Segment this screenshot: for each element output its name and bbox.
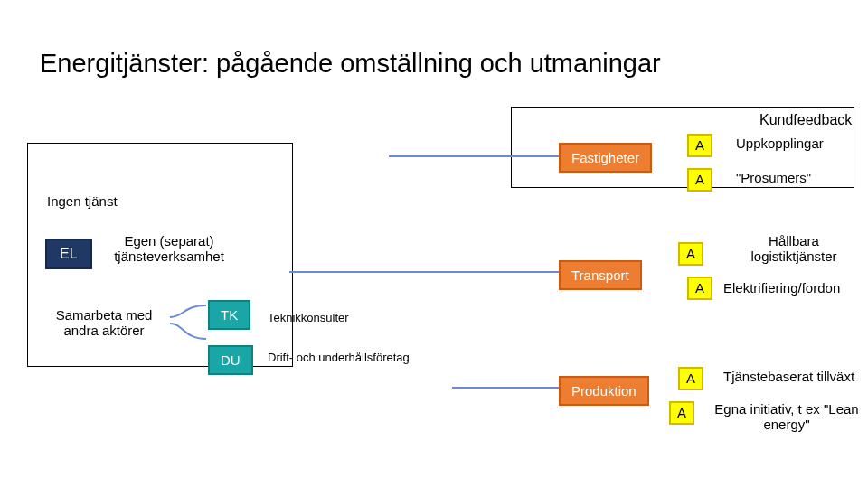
a-tag-2: A bbox=[687, 168, 712, 192]
tjanstebaserat-label: Tjänstebaserat tillväxt bbox=[723, 369, 868, 384]
tk-sublabel: Teknikkonsulter bbox=[268, 311, 385, 324]
fastigheter-tag: Fastigheter bbox=[559, 143, 652, 173]
line-fastigheter bbox=[389, 155, 570, 157]
prosumers-label: "Prosumers" bbox=[736, 170, 868, 185]
uppkopplingar-label: Uppkopplingar bbox=[736, 136, 868, 151]
a-tag-3: A bbox=[678, 242, 703, 266]
tk-tag: TK bbox=[208, 300, 250, 330]
du-tag: DU bbox=[208, 345, 253, 375]
slide-title: Energitjänster: pågående omställning och… bbox=[40, 49, 661, 79]
a-tag-4: A bbox=[687, 277, 712, 300]
transport-tag: Transport bbox=[559, 260, 642, 290]
kundfeedback-label: Kundfeedback bbox=[760, 112, 868, 128]
egna-label: Egna initiativ, t ex "Lean energy" bbox=[714, 401, 859, 432]
no-service-label: Ingen tjänst bbox=[47, 193, 156, 209]
a-tag-6: A bbox=[669, 401, 694, 425]
hallbara-label: Hållbara logistiktjänster bbox=[731, 233, 857, 264]
a-tag-1: A bbox=[687, 134, 712, 157]
elektrifiering-label: Elektrifiering/fordon bbox=[723, 280, 868, 296]
collab-label: Samarbeta med andra aktörer bbox=[45, 307, 163, 338]
produktion-tag: Produktion bbox=[559, 376, 649, 406]
du-sublabel: Drift- och underhållsföretag bbox=[268, 351, 448, 364]
line-transport bbox=[289, 271, 570, 273]
el-tag: EL bbox=[45, 239, 92, 269]
line-produktion bbox=[452, 387, 570, 389]
separate-label: Egen (separat) tjänsteverksamhet bbox=[101, 233, 237, 264]
a-tag-5: A bbox=[678, 367, 703, 390]
